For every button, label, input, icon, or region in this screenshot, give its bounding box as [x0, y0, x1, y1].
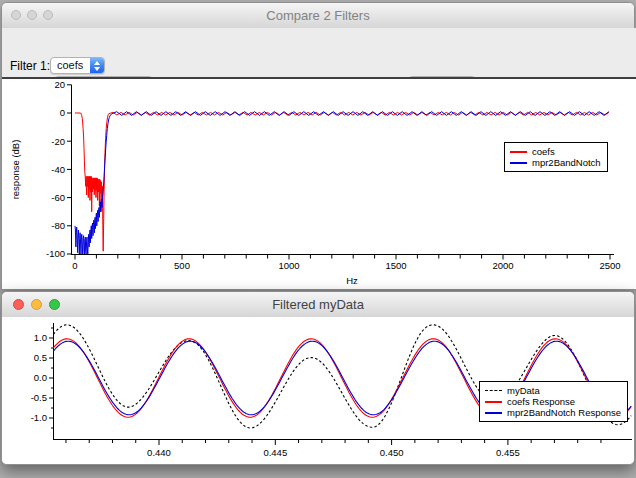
legend-item: mpr2BandNotch Response: [485, 407, 621, 418]
svg-text:0.455: 0.455: [496, 447, 520, 458]
svg-text:-80: -80: [51, 220, 65, 231]
svg-text:-100: -100: [46, 248, 65, 259]
legend-label: coefs Response: [507, 396, 575, 407]
svg-text:20: 20: [54, 79, 65, 90]
filter1-value: coefs: [51, 58, 90, 73]
svg-text:500: 500: [174, 260, 190, 271]
svg-text:2000: 2000: [492, 260, 513, 271]
svg-text:0.0: 0.0: [34, 372, 47, 383]
legend-line-sample: [510, 151, 527, 153]
svg-text:-1.0: -1.0: [31, 412, 47, 423]
y-axis-title: response (dB): [10, 115, 23, 225]
svg-text:1000: 1000: [278, 260, 299, 271]
legend-line-sample: [485, 412, 502, 414]
chevron-up-icon: [94, 61, 100, 65]
stepper-icon: [90, 58, 104, 73]
svg-text:0.440: 0.440: [147, 447, 171, 458]
frequency-response-chart: 200-20-40-60-80-10005001000150020002500: [2, 79, 636, 289]
svg-text:-0.5: -0.5: [31, 392, 47, 403]
response-plot-area: 200-20-40-60-80-10005001000150020002500 …: [2, 79, 636, 289]
response-chart-legend: coefs mpr2BandNotch: [504, 142, 608, 172]
svg-text:-60: -60: [51, 192, 65, 203]
legend-line-sample: [510, 162, 527, 164]
compare-filters-window: Compare 2 Filters Filter 1: coefs Filter…: [1, 2, 635, 290]
svg-text:1500: 1500: [385, 260, 406, 271]
legend-label: coefs: [532, 146, 555, 157]
legend-dashed-line-sample: [485, 390, 502, 391]
compare-filters-titlebar[interactable]: Compare 2 Filters: [2, 3, 634, 29]
legend-item: myData: [485, 385, 621, 396]
svg-text:0.5: 0.5: [34, 352, 47, 363]
legend-item: coefs Response: [485, 396, 621, 407]
legend-item: mpr2BandNotch: [510, 157, 601, 168]
filtered-mydata-titlebar[interactable]: Filtered myData: [2, 292, 634, 318]
legend-line-sample: [485, 401, 502, 403]
svg-text:-40: -40: [51, 164, 65, 175]
svg-text:0.450: 0.450: [380, 447, 404, 458]
filter-controls-panel: Filter 1: coefs Filter 2: mpr2BandNotch …: [2, 28, 636, 77]
svg-text:0.445: 0.445: [263, 447, 287, 458]
filter1-popup[interactable]: coefs: [50, 57, 105, 74]
legend-label: mpr2BandNotch Response: [507, 407, 621, 418]
desktop-background: { "window1": { "title": "Compare 2 Filte…: [0, 0, 636, 478]
svg-text:2500: 2500: [599, 260, 620, 271]
legend-item: coefs: [510, 146, 601, 157]
svg-text:1.0: 1.0: [34, 332, 47, 343]
time-chart-legend: myData coefs Response mpr2BandNotch Resp…: [479, 381, 628, 422]
legend-label: mpr2BandNotch: [532, 157, 601, 168]
x-axis-title: Hz: [332, 275, 372, 286]
svg-text:0: 0: [72, 260, 77, 271]
time-plot-area: 1.00.50.0-0.5-1.00.4400.4450.4500.455 my…: [2, 317, 634, 464]
filter1-label: Filter 1:: [10, 59, 50, 74]
filtered-mydata-window: Filtered myData 1.00.50.0-0.5-1.00.4400.…: [1, 291, 635, 465]
svg-text:-20: -20: [51, 136, 65, 147]
window-title: Filtered myData: [2, 292, 634, 317]
window-title: Compare 2 Filters: [2, 3, 634, 28]
legend-label: myData: [507, 385, 540, 396]
svg-text:0: 0: [60, 107, 65, 118]
chevron-down-icon: [94, 67, 100, 71]
